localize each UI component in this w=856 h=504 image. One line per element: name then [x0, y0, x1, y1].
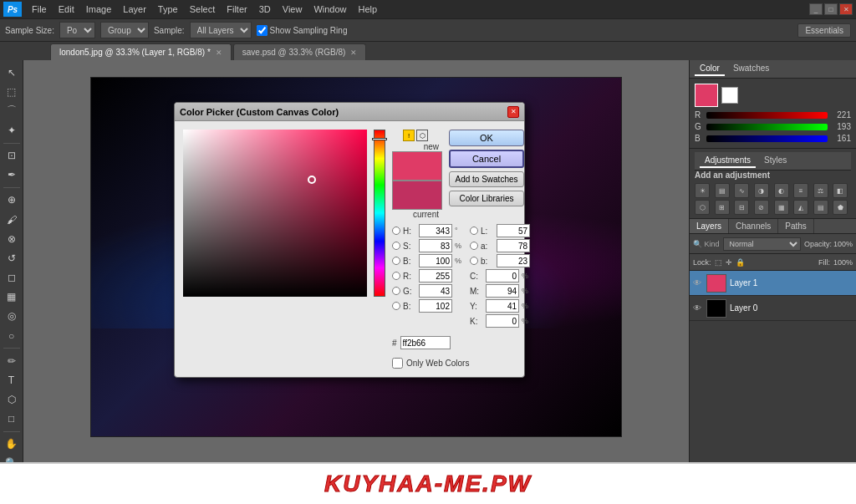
- b3-input[interactable]: [497, 254, 530, 267]
- essentials-button[interactable]: Essentials: [797, 23, 851, 38]
- menu-view[interactable]: View: [278, 3, 308, 16]
- hand-tool[interactable]: ✋: [3, 435, 21, 453]
- brightness-input[interactable]: [419, 254, 452, 267]
- add-to-swatches-button[interactable]: Add to Swatches: [449, 171, 524, 187]
- l-input[interactable]: [497, 224, 530, 237]
- path-tool[interactable]: ⬡: [3, 390, 21, 408]
- blue-slider[interactable]: [706, 135, 828, 142]
- history-brush-tool[interactable]: ↺: [3, 249, 21, 267]
- hue-slider[interactable]: [374, 130, 385, 297]
- minimize-button[interactable]: _: [809, 3, 823, 15]
- magic-wand-tool[interactable]: ✦: [3, 121, 21, 139]
- c-input[interactable]: [486, 269, 519, 283]
- pen-tool[interactable]: ✏: [3, 352, 21, 369]
- menu-layer[interactable]: Layer: [118, 3, 151, 16]
- lock-position-icon[interactable]: ✛: [726, 258, 732, 267]
- menu-type[interactable]: Type: [153, 3, 183, 16]
- shape-tool[interactable]: □: [3, 410, 21, 428]
- tab-close-icon[interactable]: ✕: [216, 48, 222, 57]
- brush-tool[interactable]: 🖌: [3, 211, 21, 228]
- a-radio[interactable]: [470, 242, 478, 250]
- vibrance-btn[interactable]: ◐: [774, 183, 789, 198]
- y-input[interactable]: [486, 299, 519, 313]
- web-safe-icon[interactable]: ⬡: [416, 130, 428, 141]
- gradient-map-btn[interactable]: ▤: [813, 200, 828, 215]
- brightness-contrast-btn[interactable]: ☀: [695, 183, 710, 198]
- blue-input[interactable]: [419, 299, 452, 313]
- menu-file[interactable]: File: [27, 3, 52, 16]
- exposure-btn[interactable]: ◑: [754, 183, 769, 198]
- show-sampling-ring-label[interactable]: Show Sampling Ring: [257, 25, 348, 36]
- clone-stamp-tool[interactable]: ⊗: [3, 230, 21, 247]
- m-input[interactable]: [486, 284, 519, 298]
- menu-3d[interactable]: 3D: [254, 3, 276, 16]
- sample-size-select[interactable]: Po: [59, 22, 95, 38]
- red-slider[interactable]: [706, 112, 828, 119]
- canvas-area[interactable]: Color Picker (Custom Canvas Color) ✕: [23, 60, 689, 504]
- green-input[interactable]: [419, 284, 452, 298]
- layer-item[interactable]: 👁 Layer 0: [690, 296, 856, 321]
- posterize-btn[interactable]: ▦: [774, 200, 789, 215]
- menu-select[interactable]: Select: [185, 3, 221, 16]
- levels-btn[interactable]: ▤: [715, 183, 730, 198]
- crop-tool[interactable]: ⊡: [3, 147, 21, 165]
- healing-brush-tool[interactable]: ⊕: [3, 191, 21, 209]
- k-input[interactable]: [486, 314, 519, 328]
- red-radio[interactable]: [392, 272, 400, 280]
- group-select[interactable]: Group: [100, 22, 149, 38]
- move-tool[interactable]: ↖: [3, 64, 21, 81]
- menu-window[interactable]: Window: [308, 3, 351, 16]
- a-input[interactable]: [497, 239, 530, 252]
- blur-tool[interactable]: ◎: [3, 308, 21, 325]
- channel-mixer-btn[interactable]: ⊞: [715, 200, 730, 215]
- green-radio[interactable]: [392, 287, 400, 295]
- curves-btn[interactable]: ∿: [734, 183, 749, 198]
- saturation-input[interactable]: [419, 239, 452, 252]
- channels-tab[interactable]: Channels: [729, 219, 778, 233]
- hue-input[interactable]: [419, 224, 452, 237]
- menu-help[interactable]: Help: [354, 3, 383, 16]
- close-button[interactable]: ✕: [839, 3, 853, 15]
- layers-tab[interactable]: Layers: [690, 219, 729, 233]
- cancel-button[interactable]: Cancel: [449, 150, 524, 168]
- saturation-radio[interactable]: [392, 242, 400, 250]
- dialog-close-button[interactable]: ✕: [507, 106, 519, 118]
- hsl-btn[interactable]: ≡: [793, 183, 808, 198]
- layer-visibility-icon[interactable]: 👁: [693, 278, 703, 288]
- green-slider[interactable]: [706, 124, 828, 130]
- show-sampling-ring-checkbox[interactable]: [257, 25, 268, 36]
- blue-radio[interactable]: [392, 302, 400, 310]
- tab-close-icon[interactable]: ✕: [350, 48, 357, 57]
- color-panel-tab[interactable]: Color: [695, 62, 725, 76]
- layer-visibility-icon[interactable]: 👁: [693, 303, 703, 313]
- type-tool[interactable]: T: [3, 371, 21, 389]
- bg-color-swatch[interactable]: [721, 87, 738, 104]
- color-libraries-button[interactable]: Color Libraries: [449, 191, 524, 206]
- color-gradient-picker[interactable]: [183, 130, 367, 297]
- paths-tab[interactable]: Paths: [778, 219, 814, 233]
- threshold-btn[interactable]: ◭: [793, 200, 808, 215]
- selective-color-btn[interactable]: ⬟: [833, 200, 848, 215]
- brightness-radio[interactable]: [392, 257, 400, 265]
- blend-mode-select[interactable]: Normal: [723, 237, 801, 251]
- sample-select[interactable]: All Layers: [190, 22, 252, 38]
- tab-london5[interactable]: london5.jpg @ 33.3% (Layer 1, RGB/8) * ✕: [50, 43, 232, 60]
- lock-pixels-icon[interactable]: ⬚: [715, 258, 722, 267]
- hex-input[interactable]: [400, 336, 451, 349]
- fg-color-swatch[interactable]: [695, 84, 718, 107]
- restore-button[interactable]: □: [824, 3, 838, 15]
- dodge-tool[interactable]: ○: [3, 327, 21, 344]
- l-radio[interactable]: [470, 227, 478, 235]
- styles-tab[interactable]: Styles: [759, 154, 792, 168]
- gradient-tool[interactable]: ▦: [3, 288, 21, 306]
- hue-radio[interactable]: [392, 227, 400, 235]
- adjustments-tab[interactable]: Adjustments: [700, 154, 756, 168]
- menu-image[interactable]: Image: [81, 3, 117, 16]
- ok-button[interactable]: OK: [449, 130, 524, 146]
- gamut-warning-icon[interactable]: !: [403, 130, 415, 141]
- invert-btn[interactable]: ⊘: [754, 200, 769, 215]
- eraser-tool[interactable]: ◻: [3, 269, 21, 287]
- only-web-colors-checkbox[interactable]: [392, 358, 403, 369]
- bw-btn[interactable]: ◧: [833, 183, 848, 198]
- b3-radio[interactable]: [470, 257, 478, 265]
